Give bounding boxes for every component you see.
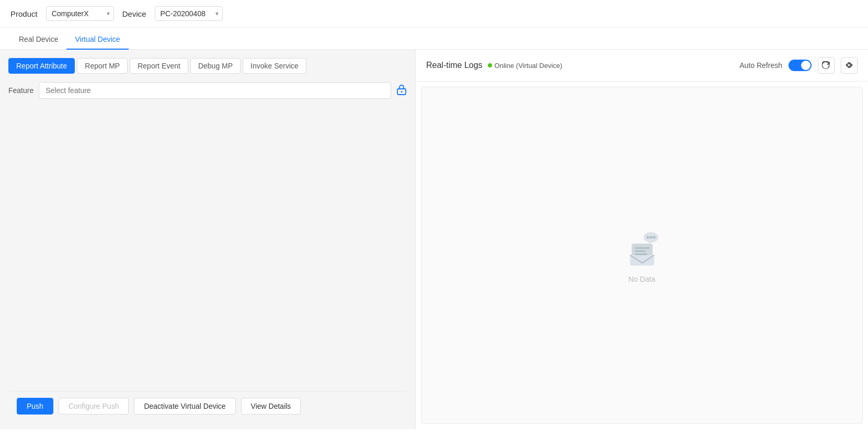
tab-real-device[interactable]: Real Device <box>10 30 66 50</box>
svg-rect-9 <box>635 250 645 252</box>
svg-rect-10 <box>635 254 647 255</box>
auto-refresh-label: Auto Refresh <box>739 61 782 70</box>
right-title: Real-time Logs <box>426 61 483 70</box>
sub-tab-report-event[interactable]: Report Event <box>130 58 188 74</box>
online-badge: Online (Virtual Device) <box>488 62 563 70</box>
svg-rect-11 <box>630 255 654 266</box>
device-label: Device <box>122 9 146 18</box>
feature-row: Feature <box>8 82 407 99</box>
lock-icon[interactable] <box>396 84 407 98</box>
clear-button[interactable] <box>841 57 858 74</box>
sub-tab-invoke-service[interactable]: Invoke Service <box>243 58 306 74</box>
svg-point-1 <box>401 91 403 93</box>
svg-point-5 <box>653 236 655 238</box>
top-bar: Product ComputerX ▾ Device PC-20200408 ▾ <box>0 0 868 28</box>
toggle-track <box>789 60 812 71</box>
push-button[interactable]: Push <box>17 398 53 415</box>
online-dot <box>488 63 492 67</box>
main-layout: Report Attribute Report MP Report Event … <box>0 50 868 429</box>
left-content-area <box>8 105 407 391</box>
right-title-area: Real-time Logs Online (Virtual Device) <box>426 61 562 70</box>
product-label: Product <box>10 9 38 18</box>
tab-virtual-device[interactable]: Virtual Device <box>66 30 128 50</box>
device-select-wrapper: PC-20200408 ▾ <box>155 6 223 21</box>
svg-marker-6 <box>647 242 653 244</box>
online-status-text: Online (Virtual Device) <box>495 62 563 70</box>
bottom-bar: Push Configure Push Deactivate Virtual D… <box>8 391 407 421</box>
no-data-area: No Data <box>421 87 863 424</box>
right-panel: Real-time Logs Online (Virtual Device) A… <box>416 50 868 429</box>
left-panel: Report Attribute Report MP Report Event … <box>0 50 416 429</box>
right-controls: Auto Refresh <box>739 57 858 74</box>
sub-tab-debug-mp[interactable]: Debug MP <box>190 58 241 74</box>
right-header: Real-time Logs Online (Virtual Device) A… <box>416 50 868 82</box>
refresh-button[interactable] <box>818 57 835 74</box>
feature-select-wrapper <box>39 82 391 99</box>
no-data-text: No Data <box>629 275 655 283</box>
sub-tab-report-attribute[interactable]: Report Attribute <box>8 58 75 74</box>
deactivate-button[interactable]: Deactivate Virtual Device <box>134 398 235 415</box>
auto-refresh-toggle[interactable] <box>789 60 812 71</box>
svg-point-4 <box>649 236 652 238</box>
device-select[interactable]: PC-20200408 <box>155 6 223 21</box>
toggle-thumb <box>801 61 810 70</box>
sub-tabs: Report Attribute Report MP Report Event … <box>8 58 407 74</box>
device-tabs: Real Device Virtual Device <box>0 30 868 50</box>
sub-tab-report-mp[interactable]: Report MP <box>77 58 128 74</box>
no-data-illustration: No Data <box>619 228 666 283</box>
product-select-wrapper: ComputerX ▾ <box>46 6 114 21</box>
view-details-button[interactable]: View Details <box>241 398 301 415</box>
configure-push-button[interactable]: Configure Push <box>59 398 129 415</box>
product-select[interactable]: ComputerX <box>46 6 114 21</box>
svg-point-3 <box>646 236 649 238</box>
feature-label: Feature <box>8 86 33 95</box>
svg-rect-8 <box>635 247 649 249</box>
no-data-svg <box>619 228 666 270</box>
feature-input[interactable] <box>39 82 391 99</box>
